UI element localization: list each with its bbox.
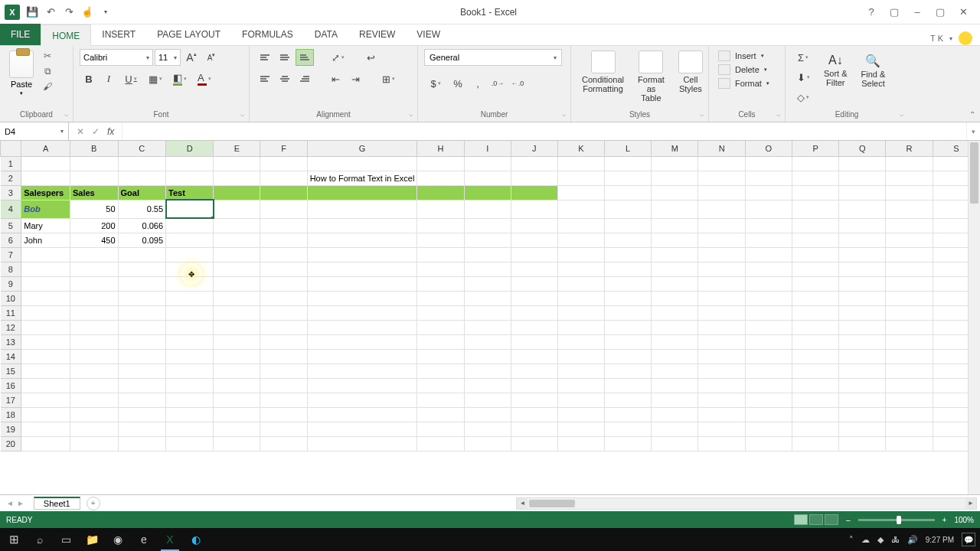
cell-M20[interactable] [652, 436, 698, 451]
cell-H14[interactable] [417, 349, 464, 364]
format-cells-button[interactable]: Format▾ [718, 78, 776, 89]
increase-decimal-button[interactable]: .0→ [488, 75, 507, 92]
cell-Q4[interactable] [839, 200, 886, 218]
minimize-icon[interactable]: – [911, 6, 923, 18]
close-icon[interactable]: ✕ [957, 6, 969, 18]
cell-O5[interactable] [745, 218, 792, 233]
align-left-button[interactable] [256, 70, 274, 87]
cell-P14[interactable] [792, 349, 838, 364]
cell-I11[interactable] [464, 305, 511, 320]
cell-J17[interactable] [511, 393, 557, 407]
cell-J11[interactable] [511, 305, 557, 320]
cell-D12[interactable] [166, 320, 214, 334]
cell-L16[interactable] [605, 378, 652, 393]
cell-O12[interactable] [745, 320, 792, 334]
cell-O11[interactable] [745, 305, 792, 320]
col-header-I[interactable]: I [464, 141, 511, 156]
delete-cells-button[interactable]: Delete▾ [718, 64, 776, 75]
cell-R20[interactable] [886, 436, 933, 451]
insert-cells-button[interactable]: Insert▾ [718, 51, 776, 61]
cell-O2[interactable] [745, 171, 792, 185]
cell-C11[interactable] [118, 305, 166, 320]
cell-M18[interactable] [652, 407, 698, 422]
cell-C8[interactable] [118, 262, 166, 276]
cell-O7[interactable] [745, 247, 792, 262]
cell-L9[interactable] [605, 276, 652, 291]
cell-N11[interactable] [698, 305, 745, 320]
qat-touch-icon[interactable]: ☝ [81, 6, 93, 18]
cell-F3[interactable] [260, 185, 307, 200]
cell-L17[interactable] [605, 393, 652, 407]
tray-chevron-icon[interactable]: ˄ [849, 535, 854, 545]
cell-D20[interactable] [166, 436, 214, 451]
cell-I4[interactable] [464, 200, 511, 218]
fill-button[interactable]: ⬇▾ [792, 69, 815, 86]
cell-N8[interactable] [698, 262, 745, 276]
cell-I20[interactable] [464, 436, 511, 451]
cell-R9[interactable] [886, 276, 933, 291]
cell-L4[interactable] [605, 200, 652, 218]
cell-E7[interactable] [214, 247, 260, 262]
help-icon[interactable]: ? [865, 6, 877, 18]
cell-I6[interactable] [464, 233, 511, 247]
cell-M11[interactable] [652, 305, 698, 320]
cell-K18[interactable] [557, 407, 604, 422]
cell-I14[interactable] [464, 349, 511, 364]
cell-G12[interactable] [307, 320, 417, 334]
cell-A11[interactable] [21, 305, 70, 320]
cell-I5[interactable] [464, 218, 511, 233]
cell-G2[interactable]: How to Format Text in Excel [307, 171, 417, 185]
row-header-20[interactable]: 20 [1, 436, 21, 451]
cell-B16[interactable] [70, 378, 118, 393]
vertical-scrollbar[interactable] [968, 141, 980, 494]
cell-G16[interactable] [307, 378, 417, 393]
cell-Q6[interactable] [839, 233, 886, 247]
cell-R4[interactable] [886, 200, 933, 218]
view-normal-button[interactable] [794, 514, 808, 525]
cell-L1[interactable] [605, 156, 652, 171]
cell-L11[interactable] [605, 305, 652, 320]
cell-P16[interactable] [792, 378, 838, 393]
cell-K4[interactable] [557, 200, 604, 218]
cell-H13[interactable] [417, 334, 464, 349]
excel-taskbar-button[interactable]: X [158, 528, 182, 551]
cell-D19[interactable] [166, 422, 214, 436]
cell-G20[interactable] [307, 436, 417, 451]
cell-D15[interactable] [166, 364, 214, 378]
cell-B20[interactable] [70, 436, 118, 451]
cell-I13[interactable] [464, 334, 511, 349]
cell-D14[interactable] [166, 349, 214, 364]
align-center-button[interactable] [276, 70, 294, 87]
cell-D16[interactable] [166, 378, 214, 393]
cell-B3[interactable]: Sales [70, 185, 118, 200]
wrap-text-button[interactable]: ↩ [361, 49, 380, 66]
cell-P4[interactable] [792, 200, 838, 218]
cell-F7[interactable] [260, 247, 307, 262]
view-page-break-button[interactable] [825, 514, 838, 525]
cell-R8[interactable] [886, 262, 933, 276]
cell-O13[interactable] [745, 334, 792, 349]
cell-F17[interactable] [260, 393, 307, 407]
cell-N5[interactable] [698, 218, 745, 233]
cell-E10[interactable] [214, 291, 260, 305]
cell-G18[interactable] [307, 407, 417, 422]
cell-L20[interactable] [605, 436, 652, 451]
cell-Q17[interactable] [839, 393, 886, 407]
chrome-button[interactable]: ◉ [106, 528, 130, 551]
cell-A4[interactable]: Bob [21, 200, 70, 218]
cell-L6[interactable] [605, 233, 652, 247]
sheet-nav-prev[interactable]: ◄ [6, 499, 14, 507]
font-color-button[interactable]: A▾ [193, 70, 216, 87]
maximize-icon[interactable]: ▢ [934, 6, 946, 18]
cell-L5[interactable] [605, 218, 652, 233]
row-header-18[interactable]: 18 [1, 407, 21, 422]
cell-K1[interactable] [557, 156, 604, 171]
cell-H15[interactable] [417, 364, 464, 378]
row-header-14[interactable]: 14 [1, 349, 21, 364]
cell-C14[interactable] [118, 349, 166, 364]
row-header-4[interactable]: 4 [1, 200, 21, 218]
qat-save-icon[interactable]: 💾 [26, 6, 38, 18]
col-header-A[interactable]: A [21, 141, 70, 156]
cell-H9[interactable] [417, 276, 464, 291]
expand-formula-icon[interactable]: ▾ [966, 122, 980, 140]
